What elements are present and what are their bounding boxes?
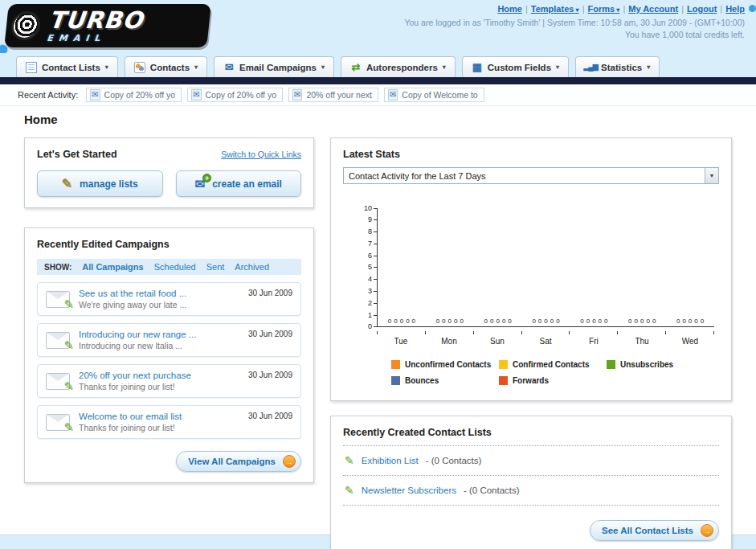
pencil-icon: ✎ xyxy=(62,176,72,191)
chart-value: 0 xyxy=(646,318,649,325)
campaign-row[interactable]: ✎Introducing our new range ...Introducin… xyxy=(37,323,301,357)
contact-list-count: - (0 Contacts) xyxy=(464,485,520,495)
campaign-text: 20% off your next purchaseThanks for joi… xyxy=(79,371,247,391)
tab-label: Email Campaigns xyxy=(239,63,317,72)
campaign-subtitle: Thanks for joining our list! xyxy=(79,423,182,432)
nav-link-home[interactable]: Home xyxy=(497,4,522,14)
email-pencil-icon: ✎ xyxy=(46,291,70,308)
campaign-title-link[interactable]: Welcome to our email list xyxy=(79,412,182,421)
dropdown-arrow-icon: ▼ xyxy=(705,168,718,183)
pencil-icon: ✎ xyxy=(345,484,354,497)
tab-email-campaigns[interactable]: ✉Email Campaigns▾ xyxy=(214,56,334,77)
stats-period-select[interactable]: Contact Activity for the Last 7 Days ▼ xyxy=(343,167,719,184)
email-icon: ✉ xyxy=(388,89,398,100)
contact-list-row[interactable]: ✎Exhibition List- (0 Contacts) xyxy=(343,446,719,476)
show-label: SHOW: xyxy=(44,263,72,272)
logo-title: TURBO xyxy=(47,9,210,32)
recent-campaigns-title: Recently Edited Campaigns xyxy=(37,239,301,250)
recent-activity-item[interactable]: ✉Copy of 20% off yo xyxy=(86,88,182,102)
recent-activity-item[interactable]: ✉Copy of 20% off yo xyxy=(187,88,283,102)
x-axis-label: Wed xyxy=(666,337,714,346)
chart-value: 0 xyxy=(394,318,397,325)
filter-archived[interactable]: Archived xyxy=(235,262,269,272)
nav-link-templates[interactable]: Templates xyxy=(531,4,579,14)
tab-statistics[interactable]: ▂▄▆Statistics▾ xyxy=(575,56,660,77)
email-icon: ✉ xyxy=(90,89,100,100)
chart-value: 0 xyxy=(604,318,607,325)
recent-activity-item[interactable]: ✉Copy of Welcome to xyxy=(384,88,484,102)
tab-bar: Contact Lists▾Contacts▾✉Email Campaigns▾… xyxy=(0,53,756,77)
campaign-subtitle: Thanks for joining our list! xyxy=(79,382,191,391)
legend-swatch xyxy=(391,360,400,369)
email-pencil-icon: ✎ xyxy=(46,332,70,349)
campaign-title-link[interactable]: See us at the retail food ... xyxy=(79,289,186,298)
campaign-row[interactable]: ✎Welcome to our email listThanks for joi… xyxy=(37,405,301,439)
switch-quick-links-link[interactable]: Switch to Quick Links xyxy=(221,150,301,159)
y-axis-label: 7 xyxy=(368,240,377,248)
tab-contacts[interactable]: Contacts▾ xyxy=(125,56,207,77)
filter-scheduled[interactable]: Scheduled xyxy=(154,262,196,272)
nav-link-my-account[interactable]: My Account xyxy=(628,4,678,14)
chart-value: 0 xyxy=(412,318,415,325)
tab-autoresponders[interactable]: ⇄Autoresponders▾ xyxy=(341,56,456,77)
y-axis-label: 4 xyxy=(368,276,377,283)
chart-value: 0 xyxy=(388,318,391,325)
nav-link-logout[interactable]: Logout xyxy=(687,4,717,14)
nav-link-help[interactable]: Help xyxy=(725,4,745,14)
chart-value: 0 xyxy=(496,318,499,325)
chevron-down-icon: ▾ xyxy=(647,64,650,71)
email-icon: ✉ xyxy=(191,89,201,100)
chart-value: 0 xyxy=(556,318,559,325)
recent-activity-bar: Recent Activity: ✉Copy of 20% off yo✉Cop… xyxy=(0,84,756,106)
manage-lists-label: manage lists xyxy=(80,178,138,190)
decoration-dot-right xyxy=(749,5,756,12)
nav-link-forms[interactable]: Forms xyxy=(588,4,620,14)
app-logo: TURBO EMAIL xyxy=(4,4,211,47)
see-all-contact-lists-button[interactable]: See All Contact Lists → xyxy=(590,520,719,541)
nav-separator: | xyxy=(720,4,722,14)
filter-all-campaigns[interactable]: All Campaigns xyxy=(82,262,143,272)
legend-label: Forwards xyxy=(513,376,549,385)
chart-value: 0 xyxy=(400,318,403,325)
contact-list-link[interactable]: Newsletter Subscribers xyxy=(362,485,456,495)
tab-custom-fields[interactable]: ▦Custom Fields▾ xyxy=(462,56,569,77)
autoresponders-icon: ⇄ xyxy=(350,62,362,73)
email-plus-icon: ✉+ xyxy=(195,177,206,191)
chart-bar-group: 00000 xyxy=(570,318,618,326)
pencil-icon: ✎ xyxy=(63,379,74,394)
chart-value: 0 xyxy=(676,318,680,325)
campaign-row[interactable]: ✎See us at the retail food ...We're givi… xyxy=(37,282,301,316)
x-axis-tick xyxy=(425,331,426,334)
contact-list-row[interactable]: ✎Newsletter Subscribers- (0 Contacts) xyxy=(343,476,719,506)
view-all-campaigns-button[interactable]: View All Campaigns → xyxy=(176,451,301,472)
create-email-button[interactable]: ✉+ create an email xyxy=(176,170,302,197)
legend-swatch xyxy=(499,376,508,385)
recent-activity-items: ✉Copy of 20% off yo✉Copy of 20% off yo✉2… xyxy=(86,88,484,102)
chart-legend: Unconfirmed ContactsConfirmed ContactsUn… xyxy=(391,360,714,385)
email-pencil-icon: ✎ xyxy=(46,414,70,431)
email-icon: ✉ xyxy=(292,89,302,100)
legend-item: Unsubscribes xyxy=(607,360,714,369)
legend-label: Unsubscribes xyxy=(620,360,673,369)
legend-item: Forwards xyxy=(499,376,607,385)
campaign-title-link[interactable]: 20% off your next purchase xyxy=(79,371,191,380)
chart-value: 0 xyxy=(652,318,656,325)
pencil-icon: ✎ xyxy=(345,454,354,467)
campaign-title-link[interactable]: Introducing our new range ... xyxy=(79,330,196,339)
chart-bar-group: 00000 xyxy=(426,318,474,326)
legend-label: Confirmed Contacts xyxy=(513,360,590,369)
contact-list-link[interactable]: Exhibition List xyxy=(362,456,419,465)
recent-activity-item[interactable]: ✉20% off your next xyxy=(288,88,378,102)
tab-contact-lists[interactable]: Contact Lists▾ xyxy=(16,56,118,77)
chart-value: 0 xyxy=(532,318,535,325)
left-column: Let's Get Started Switch to Quick Links … xyxy=(24,137,314,483)
chart-bar-group: 00000 xyxy=(522,318,570,326)
filter-sent[interactable]: Sent xyxy=(206,262,225,272)
see-all-contact-lists-label: See All Contact Lists xyxy=(602,526,693,535)
y-axis-label: 5 xyxy=(368,264,377,271)
campaign-row[interactable]: ✎20% off your next purchaseThanks for jo… xyxy=(37,364,301,398)
recent-activity-item-label: 20% off your next xyxy=(306,90,372,100)
chart-value: 0 xyxy=(635,318,638,325)
x-axis-label: Mon xyxy=(425,337,473,346)
manage-lists-button[interactable]: ✎ manage lists xyxy=(37,170,163,197)
